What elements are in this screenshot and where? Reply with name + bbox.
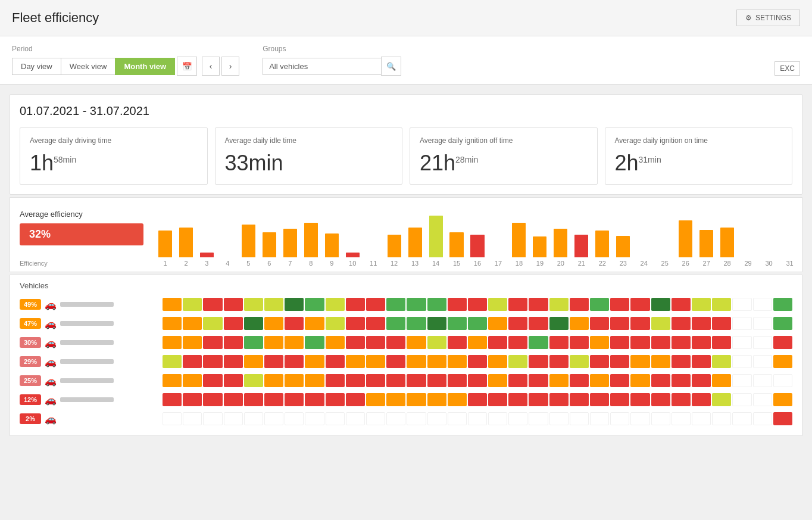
bar-23 [616,236,630,257]
cell-0-14 [448,298,467,311]
cell-6-16 [488,412,507,425]
cell-4-10 [366,374,385,387]
cell-2-26 [692,336,711,349]
bar-2 [179,228,193,257]
cell-4-20 [570,374,589,387]
cell-0-4 [244,298,263,311]
search-button[interactable]: 🔍 [381,57,401,76]
cell-0-5 [264,298,283,311]
calendar-button[interactable]: 📅 [177,57,197,76]
cell-6-26 [692,412,711,425]
cell-3-28 [732,355,751,368]
day-label-23: 23 [613,260,633,267]
cell-2-22 [610,336,629,349]
day-label-24: 24 [634,260,654,267]
cell-1-3 [224,317,243,330]
groups-select[interactable]: All vehicles [263,58,382,75]
settings-button[interactable]: ⚙ SETTINGS [736,10,800,26]
cell-0-7 [305,298,324,311]
cell-4-5 [264,374,283,387]
cell-2-21 [590,336,609,349]
cell-1-25 [672,317,691,330]
vehicle-name-bar-3 [60,359,114,364]
cell-4-26 [692,374,711,387]
cell-3-26 [692,355,711,368]
vehicle-icon-3: 🚗 [45,356,57,368]
chart-labels-row: Efficiency 12345678910111213141516171819… [10,257,802,272]
cell-0-3 [224,298,243,311]
day-label-27: 27 [697,260,716,267]
cell-3-14 [448,355,467,368]
cell-5-4 [244,393,263,406]
day-labels: 1234567891011121314151617181920212223242… [153,257,802,272]
cell-4-29 [753,374,772,387]
cell-1-10 [366,317,385,330]
day-label-5: 5 [239,260,258,267]
cell-1-16 [488,317,507,330]
groups-group: Groups All vehicles 🔍 [263,45,401,76]
next-button[interactable]: › [221,57,239,76]
cell-2-11 [386,336,405,349]
cell-3-0 [163,355,182,368]
cell-4-11 [386,374,405,387]
cell-5-26 [692,393,711,406]
cell-6-13 [427,412,446,425]
bar-16 [470,235,484,257]
bar-col-25 [655,204,674,257]
month-view-button[interactable]: Month view [115,58,175,75]
vehicle-cells-5 [163,393,792,406]
vehicle-badge-5: 12% [20,394,41,405]
cell-2-1 [183,336,202,349]
cell-3-9 [346,355,365,368]
cell-1-7 [305,317,324,330]
bar-col-6 [260,204,279,257]
cell-5-10 [366,393,385,406]
cell-6-1 [183,412,202,425]
cell-6-7 [305,412,324,425]
week-view-button[interactable]: Week view [61,58,116,75]
day-view-button[interactable]: Day view [12,58,61,75]
stat-card-0: Average daily driving time 1h58min [20,127,208,185]
bar-26 [679,220,692,257]
bar-col-2 [176,204,196,257]
bar-28 [720,228,734,257]
vehicle-name-bar-0 [60,302,114,307]
vehicle-cells-0 [163,298,792,311]
cell-0-26 [692,298,711,311]
bar-col-17 [488,204,508,257]
stats-cards: Average daily driving time 1h58minAverag… [20,127,792,185]
cell-5-17 [508,393,527,406]
avg-eff-label: Average efficiency [20,210,143,219]
cell-5-23 [630,393,649,406]
cell-1-28 [732,317,751,330]
day-label-9: 9 [322,260,342,267]
vehicle-icon-1: 🚗 [45,318,57,329]
cell-3-27 [712,355,731,368]
cell-0-24 [651,298,670,311]
cell-0-6 [285,298,304,311]
bar-7 [283,229,297,257]
day-label-14: 14 [426,260,446,267]
cell-3-12 [407,355,426,368]
vehicle-name-bar-4 [60,378,114,383]
day-label-21: 21 [571,260,591,267]
bar-col-14 [426,204,446,257]
vehicle-left-2: 30%🚗 [20,337,163,348]
cell-1-22 [610,317,629,330]
vehicles-title: Vehicles [20,281,792,290]
cell-4-7 [305,374,324,387]
cell-2-20 [570,336,589,349]
vehicle-name-bar-1 [60,321,114,326]
day-label-19: 19 [530,260,549,267]
prev-button[interactable]: ‹ [202,57,220,76]
export-button[interactable]: EXC [774,61,800,76]
cell-5-11 [386,393,405,406]
vehicle-row-4: 25%🚗 [20,372,792,389]
cell-6-10 [366,412,385,425]
vehicle-name-bar-2 [60,340,114,345]
bar-3 [200,253,214,257]
cell-6-19 [549,412,569,425]
cell-3-6 [285,355,304,368]
cell-5-30 [773,393,792,406]
bar-8 [304,223,318,257]
